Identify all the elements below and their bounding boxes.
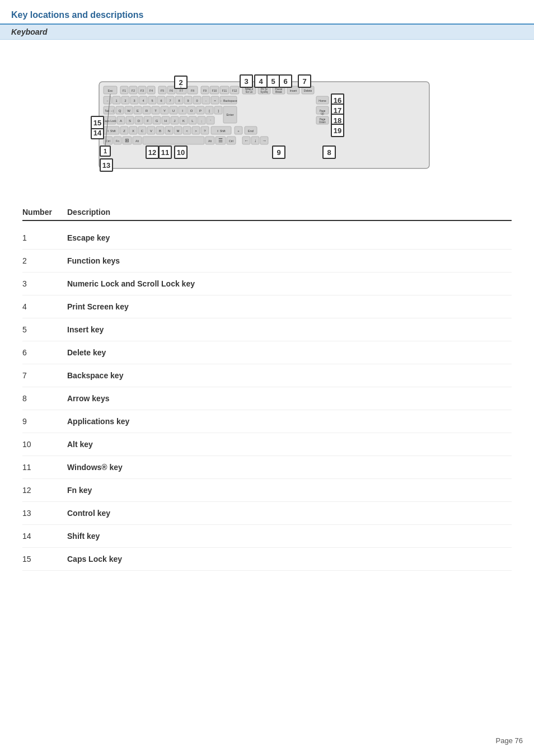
key-table: Number Description 1Escape key2Function … — [0, 191, 534, 593]
table-row: 3Numeric Lock and Scroll Lock key — [22, 273, 512, 295]
svg-text:V: V — [150, 129, 152, 133]
svg-text:N: N — [168, 129, 170, 133]
row-description: Print Screen key — [67, 302, 512, 311]
svg-text:Break: Break — [275, 91, 283, 93]
section-title: Keyboard — [11, 27, 48, 36]
svg-text:9: 9 — [277, 148, 280, 157]
svg-text:Tab →|: Tab →| — [105, 109, 114, 112]
row-description: Escape key — [67, 233, 512, 242]
row-description: Arrow keys — [67, 394, 512, 403]
svg-text:←: ← — [244, 138, 249, 143]
svg-text:⇧ Shift: ⇧ Shift — [107, 129, 116, 133]
svg-text:8: 8 — [178, 99, 180, 102]
row-number: 3 — [22, 279, 67, 288]
svg-text:C: C — [141, 129, 144, 133]
table-row: 13Control key — [22, 502, 512, 525]
row-description: Function keys — [67, 256, 512, 265]
svg-text:F12: F12 — [232, 89, 237, 92]
table-row: 1Escape key — [22, 227, 512, 250]
row-description: Shift key — [67, 532, 512, 541]
svg-text:Delete: Delete — [304, 89, 312, 92]
svg-text:G: G — [156, 119, 158, 123]
svg-text:3: 3 — [133, 99, 135, 102]
row-number: 9 — [22, 417, 67, 426]
table-row: 2Function keys — [22, 250, 512, 273]
svg-text:SysRq: SysRq — [260, 91, 268, 93]
table-rows-container: 1Escape key2Function keys3Numeric Lock a… — [22, 227, 512, 571]
keyboard-diagram: Esc F1 F2 F3 F4 F5 F6 F7 F8 F9 F10 — [0, 40, 534, 191]
svg-text:Ctrl: Ctrl — [229, 139, 233, 143]
row-description: Applications key — [67, 417, 512, 426]
table-row: 12Fn key — [22, 479, 512, 502]
svg-text:A: A — [120, 119, 122, 123]
table-row: 4Print Screen key — [22, 295, 512, 318]
svg-text:10: 10 — [177, 148, 185, 157]
svg-text:13: 13 — [102, 161, 110, 170]
row-description: Fn key — [67, 486, 512, 495]
svg-text:Scr Lk: Scr Lk — [246, 91, 254, 93]
svg-text:~: ~ — [107, 99, 109, 102]
svg-text:F6: F6 — [170, 89, 173, 92]
svg-text:Caps Lock: Caps Lock — [103, 119, 116, 123]
svg-text:+: + — [237, 129, 240, 133]
row-description: Alt key — [67, 440, 512, 449]
svg-text:6: 6 — [160, 99, 162, 102]
svg-text:⊞: ⊞ — [125, 138, 129, 143]
row-number: 1 — [22, 233, 67, 242]
svg-text:5: 5 — [271, 77, 275, 86]
svg-text:11: 11 — [161, 148, 169, 157]
svg-text:Enter: Enter — [226, 113, 233, 116]
svg-text:9: 9 — [187, 99, 189, 102]
svg-text:2: 2 — [124, 99, 126, 102]
svg-text:S: S — [129, 119, 131, 123]
svg-text:F11: F11 — [222, 89, 227, 92]
svg-text:17: 17 — [334, 106, 341, 115]
row-number: 13 — [22, 509, 67, 518]
table-row: 5Insert key — [22, 318, 512, 341]
svg-text:6: 6 — [283, 77, 287, 86]
svg-text:⇧ Shift: ⇧ Shift — [217, 129, 226, 133]
keyboard-svg: Esc F1 F2 F3 F4 F5 F6 F7 F8 F9 F10 — [65, 59, 469, 177]
row-number: 5 — [22, 325, 67, 334]
svg-text:4: 4 — [142, 99, 144, 102]
svg-text:-: - — [205, 99, 207, 102]
svg-text:M: M — [177, 129, 180, 133]
svg-text:8: 8 — [327, 148, 331, 157]
row-number: 14 — [22, 532, 67, 541]
table-row: 8Arrow keys — [22, 387, 512, 410]
svg-text:← Backspace: ← Backspace — [220, 99, 237, 102]
col-number-header: Number — [22, 208, 67, 217]
svg-text:16: 16 — [334, 96, 341, 105]
svg-text:F5: F5 — [161, 89, 164, 92]
section-header: Keyboard — [0, 25, 534, 40]
svg-text:U: U — [172, 109, 175, 112]
svg-rect-164 — [143, 137, 204, 144]
row-number: 7 — [22, 371, 67, 380]
svg-text:E: E — [137, 109, 139, 112]
svg-text:Q: Q — [119, 109, 121, 112]
row-number: 15 — [22, 555, 67, 564]
row-number: 6 — [22, 348, 67, 357]
svg-text:15: 15 — [93, 119, 101, 127]
row-description: Delete key — [67, 348, 512, 357]
svg-text:Alt: Alt — [208, 139, 212, 143]
table-header: Number Description — [22, 208, 512, 221]
page-number: Page 76 — [496, 736, 523, 745]
svg-text:=: = — [214, 99, 216, 102]
svg-text:H: H — [165, 119, 167, 123]
svg-text:7: 7 — [169, 99, 171, 102]
svg-text:14: 14 — [93, 129, 102, 137]
page-header: Key locations and descriptions — [0, 0, 534, 25]
svg-text:End: End — [248, 129, 254, 133]
keyboard-image: Esc F1 F2 F3 F4 F5 F6 F7 F8 F9 F10 — [65, 57, 469, 180]
row-number: 4 — [22, 302, 67, 311]
svg-text:O: O — [190, 109, 193, 112]
svg-text:19: 19 — [334, 126, 341, 135]
svg-text:3: 3 — [244, 77, 248, 86]
svg-text:7: 7 — [302, 77, 306, 86]
svg-text:Z: Z — [123, 129, 125, 133]
svg-text:Home: Home — [318, 99, 326, 102]
row-number: 12 — [22, 486, 67, 495]
row-number: 11 — [22, 463, 67, 472]
row-description: Windows® key — [67, 463, 512, 472]
